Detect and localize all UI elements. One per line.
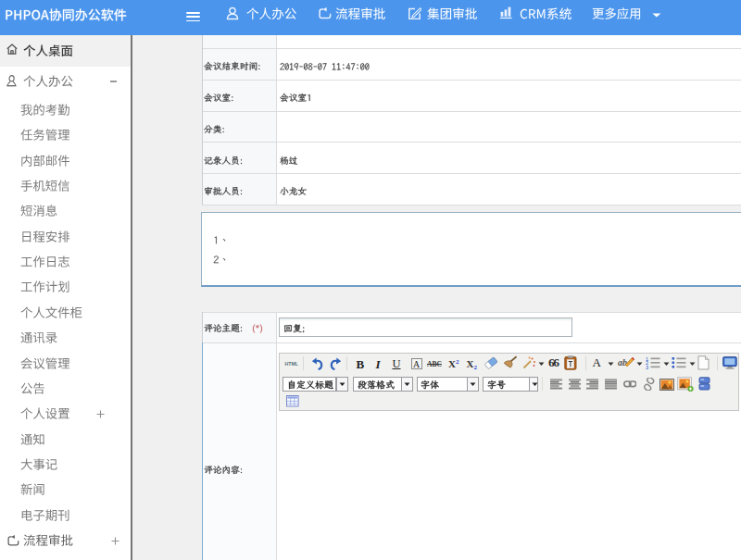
svg-text:3: 3 [646,364,648,368]
